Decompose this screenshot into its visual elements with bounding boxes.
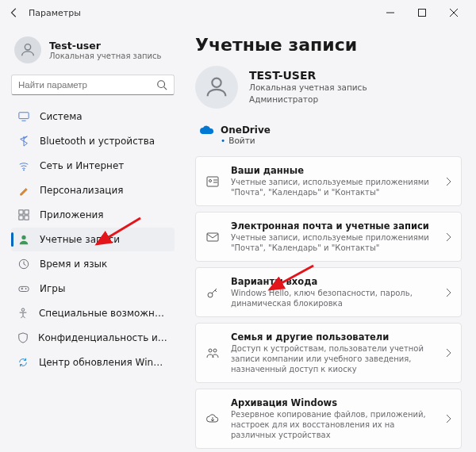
account-name: TEST-USER	[249, 69, 367, 82]
account-header: TEST-USER Локальная учетная запись Админ…	[195, 66, 462, 109]
accounts-icon	[17, 233, 30, 246]
svg-rect-22	[207, 233, 218, 241]
avatar	[14, 36, 41, 63]
user-name: Test-user	[49, 40, 162, 52]
clock-icon	[17, 258, 30, 270]
svg-line-6	[164, 87, 167, 90]
nav-list: Система Bluetooth и устройства Сеть и Ин…	[11, 105, 175, 375]
sidebar-item-time[interactable]: Время и язык	[11, 252, 175, 276]
sidebar-item-system[interactable]: Система	[11, 105, 175, 128]
sidebar-item-label: Игры	[40, 283, 65, 294]
svg-point-21	[209, 179, 212, 182]
minimize-icon	[386, 9, 394, 17]
system-icon	[17, 110, 30, 123]
accessibility-icon	[17, 307, 29, 320]
sidebar: Test-user Локальная учетная запись Систе…	[0, 25, 182, 452]
card-windows-backup[interactable]: Архивация Windows Резервное копирование …	[195, 389, 462, 449]
onedrive-block[interactable]: OneDrive •Войти	[195, 118, 462, 156]
svg-point-24	[209, 349, 212, 352]
apps-icon	[17, 209, 30, 221]
sidebar-item-label: Bluetooth и устройства	[40, 136, 155, 147]
svg-rect-1	[419, 10, 426, 17]
window-maximize-button[interactable]	[406, 0, 438, 25]
card-family-users[interactable]: Семья и другие пользователи Доступ к уст…	[195, 323, 462, 383]
sidebar-item-label: Сеть и Интернет	[40, 160, 124, 171]
card-title: Электронная почта и учетные записи	[231, 220, 440, 232]
sidebar-item-label: Конфиденциальность и безопасность	[38, 332, 168, 343]
sidebar-item-label: Приложения	[40, 209, 104, 220]
card-email-accounts[interactable]: Электронная почта и учетные записи Учетн…	[195, 212, 462, 262]
sidebar-item-accounts[interactable]: Учетные записи	[11, 228, 175, 251]
onedrive-title: OneDrive	[221, 124, 271, 136]
svg-rect-16	[19, 286, 29, 291]
svg-point-19	[212, 79, 221, 87]
svg-point-17	[25, 288, 27, 289]
network-icon	[17, 159, 30, 172]
back-button[interactable]	[6, 5, 22, 21]
card-title: Варианты входа	[231, 276, 440, 287]
search-icon	[156, 79, 167, 90]
sidebar-item-personalization[interactable]: Персонализация	[11, 178, 175, 202]
bluetooth-icon	[17, 135, 30, 147]
svg-point-4	[25, 44, 30, 50]
sidebar-item-label: Центр обновления Windows	[39, 357, 168, 368]
window-close-button[interactable]	[438, 0, 470, 25]
sidebar-item-label: Учетные записи	[40, 234, 120, 245]
sidebar-item-network[interactable]: Сеть и Интернет	[11, 154, 175, 178]
card-desc: Доступ к устройствам, пользователи учетн…	[231, 343, 440, 374]
card-desc: Учетные записи, используемые приложениям…	[231, 177, 440, 197]
card-your-info[interactable]: Ваши данные Учетные записи, используемые…	[195, 156, 462, 206]
back-arrow-icon	[9, 7, 20, 18]
page-title: Учетные записи	[195, 35, 462, 55]
sidebar-item-update[interactable]: Центр обновления Windows	[11, 350, 175, 374]
user-icon	[19, 41, 36, 59]
chevron-right-icon	[445, 232, 451, 242]
sidebar-item-gaming[interactable]: Игры	[11, 277, 175, 301]
sidebar-item-label: Время и язык	[40, 259, 107, 270]
user-icon	[203, 74, 230, 101]
onedrive-icon	[198, 124, 214, 136]
svg-point-14	[21, 236, 25, 239]
window-minimize-button[interactable]	[374, 0, 406, 25]
card-title: Архивация Windows	[231, 397, 440, 408]
your-info-icon	[205, 174, 220, 189]
family-icon	[205, 346, 220, 360]
search-box[interactable]	[11, 75, 175, 95]
svg-rect-10	[19, 210, 23, 214]
svg-point-25	[213, 349, 217, 352]
sidebar-item-accessibility[interactable]: Специальные возможности	[11, 301, 175, 325]
gaming-icon	[17, 282, 30, 295]
svg-rect-13	[25, 216, 29, 220]
user-subtitle: Локальная учетная запись	[49, 52, 162, 60]
chevron-right-icon	[445, 288, 451, 297]
current-user-block[interactable]: Test-user Локальная учетная запись	[14, 36, 175, 63]
window-title: Параметры	[29, 8, 81, 18]
chevron-right-icon	[445, 414, 451, 423]
svg-point-18	[22, 308, 25, 312]
key-icon	[205, 285, 220, 300]
update-icon	[17, 356, 29, 369]
privacy-icon	[17, 331, 29, 344]
sidebar-item-privacy[interactable]: Конфиденциальность и безопасность	[11, 326, 175, 350]
main-panel: Учетные записи TEST-USER Локальная учетн…	[182, 25, 476, 452]
chevron-right-icon	[445, 348, 451, 358]
backup-icon	[205, 412, 220, 426]
chevron-right-icon	[445, 177, 451, 186]
card-signin-options[interactable]: Варианты входа Windows Hello, ключ безоп…	[195, 267, 462, 317]
close-icon	[450, 9, 458, 17]
sidebar-item-apps[interactable]: Приложения	[11, 203, 175, 227]
account-avatar	[195, 66, 238, 109]
card-title: Семья и другие пользователи	[231, 331, 440, 343]
sidebar-item-label: Специальные возможности	[39, 308, 168, 319]
card-desc: Резервное копирование файлов, приложений…	[231, 409, 440, 440]
svg-rect-11	[25, 210, 29, 214]
sidebar-item-label: Система	[40, 111, 83, 122]
sidebar-item-bluetooth[interactable]: Bluetooth и устройства	[11, 129, 175, 153]
svg-rect-12	[19, 216, 23, 220]
account-sub2: Администратор	[249, 94, 367, 105]
personalization-icon	[17, 184, 30, 197]
search-input[interactable]	[18, 80, 156, 90]
account-sub1: Локальная учетная запись	[249, 82, 367, 94]
card-title: Ваши данные	[231, 165, 440, 176]
svg-point-5	[158, 81, 165, 88]
